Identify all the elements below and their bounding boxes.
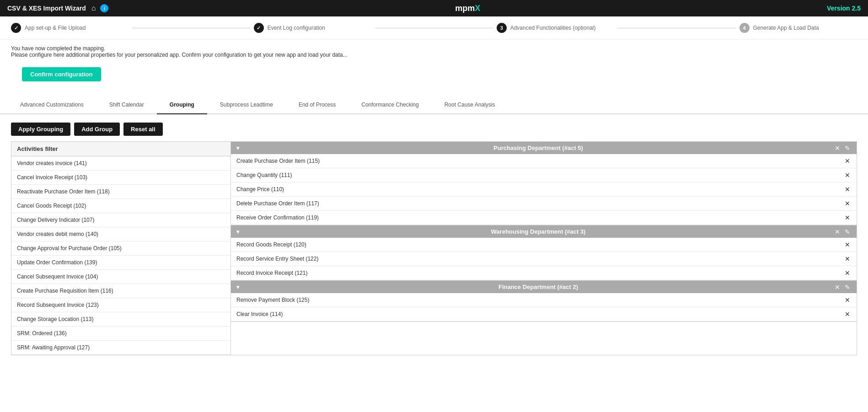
tab-end-of-process[interactable]: End of Process xyxy=(286,96,348,114)
group-item: Clear Invoice (114)✕ xyxy=(231,307,857,321)
info-section: You have now completed the mapping. Plea… xyxy=(0,40,868,60)
activity-item[interactable]: Reactivate Purchase Order Item (118) xyxy=(11,185,230,199)
finance-department-group-edit-button[interactable]: ✎ xyxy=(844,284,851,290)
step-4-icon: 4 xyxy=(739,23,750,33)
group-item-label: Change Quantity (111) xyxy=(236,172,844,178)
group-item: Change Price (110)✕ xyxy=(231,182,857,197)
activity-item[interactable]: Record Subsequent Invoice (123) xyxy=(11,298,230,312)
group-item-remove-button[interactable]: ✕ xyxy=(844,269,851,277)
info-line2: Please configure here additional propert… xyxy=(11,52,857,58)
group-item-label: Remove Payment Block (125) xyxy=(236,297,844,303)
tabs-bar: Advanced Customizations Shift Calendar G… xyxy=(0,96,868,114)
logo-accent: X xyxy=(475,4,480,13)
activity-item[interactable]: Vendor creates invoice (141) xyxy=(11,156,230,171)
group-item: Record Goods Receipt (120)✕ xyxy=(231,238,857,252)
group-item-label: Clear Invoice (114) xyxy=(236,311,844,317)
info-icon[interactable]: i xyxy=(100,4,108,12)
finance-department-group-remove-button[interactable]: ✕ xyxy=(834,284,841,290)
group-item-remove-button[interactable]: ✕ xyxy=(844,171,851,179)
group-item-remove-button[interactable]: ✕ xyxy=(844,186,851,193)
warehousing-department-group-header: ▾Warehousing Department (#act 3)✕✎ xyxy=(231,225,857,238)
reset-all-button[interactable]: Reset all xyxy=(123,123,162,136)
group-item-remove-button[interactable]: ✕ xyxy=(844,296,851,304)
step-connector-3 xyxy=(618,28,735,28)
group-item-remove-button[interactable]: ✕ xyxy=(844,200,851,207)
group-item-label: Create Purchase Order Item (115) xyxy=(236,158,844,164)
main-content: Apply Grouping Add Group Reset all Activ… xyxy=(0,114,868,364)
tab-subprocess-leadtime[interactable]: Subprocess Leadtime xyxy=(207,96,286,114)
activity-item[interactable]: Cancel Subsequent Invoice (104) xyxy=(11,270,230,284)
group-item-label: Receive Order Confirmation (119) xyxy=(236,214,844,221)
group-item: Remove Payment Block (125)✕ xyxy=(231,293,857,307)
tab-advanced-customizations[interactable]: Advanced Customizations xyxy=(7,96,96,114)
finance-department-group: ▾Finance Department (#act 2)✕✎Remove Pay… xyxy=(231,281,857,322)
purchasing-department-group-remove-button[interactable]: ✕ xyxy=(834,145,841,151)
group-item: Delete Purchase Order Item (117)✕ xyxy=(231,197,857,211)
activity-item[interactable]: Change Storage Location (113) xyxy=(11,312,230,326)
version-label: Version 2.5 xyxy=(827,5,861,12)
warehousing-department-group-edit-button[interactable]: ✎ xyxy=(844,229,851,235)
warehousing-department-group: ▾Warehousing Department (#act 3)✕✎Record… xyxy=(231,225,857,281)
activity-item[interactable]: Change Delivery Indicator (107) xyxy=(11,213,230,227)
group-item: Create Purchase Order Item (115)✕ xyxy=(231,154,857,168)
activity-item[interactable]: Change Approval for Purchase Order (105) xyxy=(11,241,230,256)
chevron-down-icon[interactable]: ▾ xyxy=(236,229,239,235)
warehousing-department-group-remove-button[interactable]: ✕ xyxy=(834,229,841,235)
step-connector-2 xyxy=(375,28,493,28)
step-2: ✓ Event Log configuration xyxy=(254,23,371,33)
group-item-label: Record Service Entry Sheet (122) xyxy=(236,256,844,262)
step-4-label: Generate App & Load Data xyxy=(753,25,819,31)
activity-item[interactable]: Update Order Confirmation (139) xyxy=(11,256,230,270)
navbar-icons: ⌂ i xyxy=(91,4,109,12)
group-item-label: Record Goods Receipt (120) xyxy=(236,241,844,248)
purchasing-department-group-actions: ✕✎ xyxy=(834,145,851,151)
activities-list[interactable]: Vendor creates invoice (141)Cancel Invoi… xyxy=(11,156,230,355)
tab-shift-calendar[interactable]: Shift Calendar xyxy=(96,96,157,114)
stepper: ✓ App set-up & File Upload ✓ Event Log c… xyxy=(0,16,868,40)
add-group-button[interactable]: Add Group xyxy=(74,123,120,136)
purchasing-department-group-edit-button[interactable]: ✎ xyxy=(844,145,851,151)
group-item-label: Change Price (110) xyxy=(236,186,844,193)
confirm-configuration-button[interactable]: Confirm configuration xyxy=(22,67,101,81)
activity-item[interactable]: Vendor creates debit memo (140) xyxy=(11,227,230,241)
tab-root-cause-analysis[interactable]: Root Cause Analysis xyxy=(432,96,508,114)
content-layout: Activities filter Vendor creates invoice… xyxy=(11,141,857,355)
step-2-icon: ✓ xyxy=(254,23,264,33)
tab-grouping[interactable]: Grouping xyxy=(157,96,207,114)
chevron-down-icon[interactable]: ▾ xyxy=(236,284,239,290)
activity-item[interactable]: SRM: Awaiting Approval (127) xyxy=(11,341,230,355)
finance-department-group-title: Finance Department (#act 2) xyxy=(243,284,834,290)
group-item-remove-button[interactable]: ✕ xyxy=(844,310,851,318)
navbar-center: mpmX xyxy=(108,4,827,13)
warehousing-department-group-actions: ✕✎ xyxy=(834,229,851,235)
activity-item[interactable]: Create Purchase Requisition Item (116) xyxy=(11,284,230,298)
chevron-down-icon[interactable]: ▾ xyxy=(236,145,239,151)
home-icon[interactable]: ⌂ xyxy=(91,4,96,12)
activity-item[interactable]: SRM: Ordered (136) xyxy=(11,326,230,341)
group-item-remove-button[interactable]: ✕ xyxy=(844,241,851,248)
finance-department-group-actions: ✕✎ xyxy=(834,284,851,290)
activity-item[interactable]: Cancel Invoice Receipt (103) xyxy=(11,171,230,185)
step-3-icon: 3 xyxy=(497,23,507,33)
step-2-label: Event Log configuration xyxy=(268,25,325,31)
logo: mpmX xyxy=(455,4,480,13)
purchasing-department-group-title: Purchasing Department (#act 5) xyxy=(243,144,834,151)
finance-department-group-header: ▾Finance Department (#act 2)✕✎ xyxy=(231,281,857,293)
group-item-remove-button[interactable]: ✕ xyxy=(844,157,851,165)
group-item-remove-button[interactable]: ✕ xyxy=(844,255,851,262)
tab-conformance-checking[interactable]: Conformance Checking xyxy=(348,96,431,114)
group-item-label: Record Invoice Receipt (121) xyxy=(236,270,844,276)
step-1-label: App set-up & File Upload xyxy=(25,25,86,31)
step-connector-1 xyxy=(132,28,250,28)
step-1: ✓ App set-up & File Upload xyxy=(11,23,129,33)
action-buttons-row: Apply Grouping Add Group Reset all xyxy=(11,123,857,136)
step-1-icon: ✓ xyxy=(11,23,21,33)
activity-item[interactable]: Cancel Goods Receipt (102) xyxy=(11,199,230,213)
info-line1: You have now completed the mapping. xyxy=(11,45,857,52)
group-item-remove-button[interactable]: ✕ xyxy=(844,214,851,221)
activities-header: Activities filter xyxy=(11,142,230,156)
apply-grouping-button[interactable]: Apply Grouping xyxy=(11,123,70,136)
confirm-button-area: Confirm configuration xyxy=(0,60,868,96)
activities-panel: Activities filter Vendor creates invoice… xyxy=(11,142,231,355)
purchasing-department-group: ▾Purchasing Department (#act 5)✕✎Create … xyxy=(231,142,857,225)
